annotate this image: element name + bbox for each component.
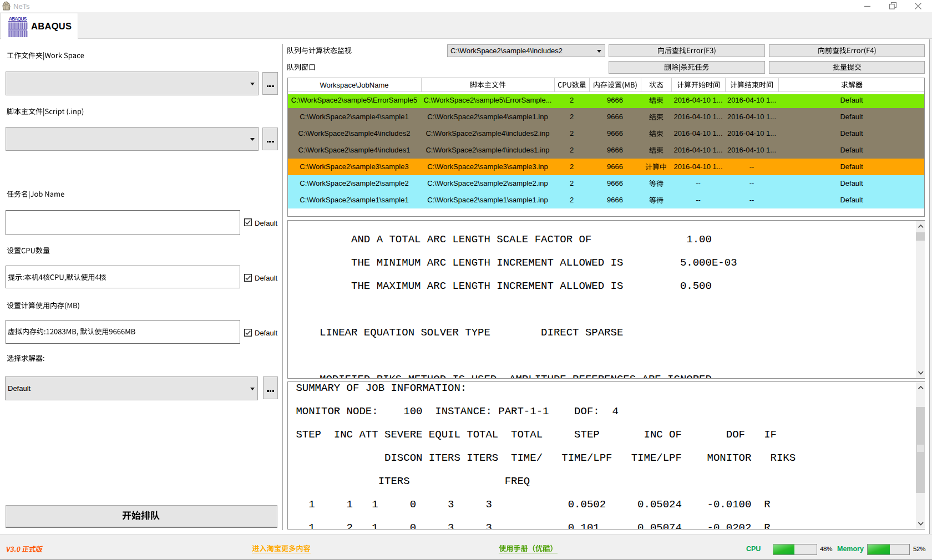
svg-text:ABAQUS: ABAQUS	[9, 16, 27, 22]
